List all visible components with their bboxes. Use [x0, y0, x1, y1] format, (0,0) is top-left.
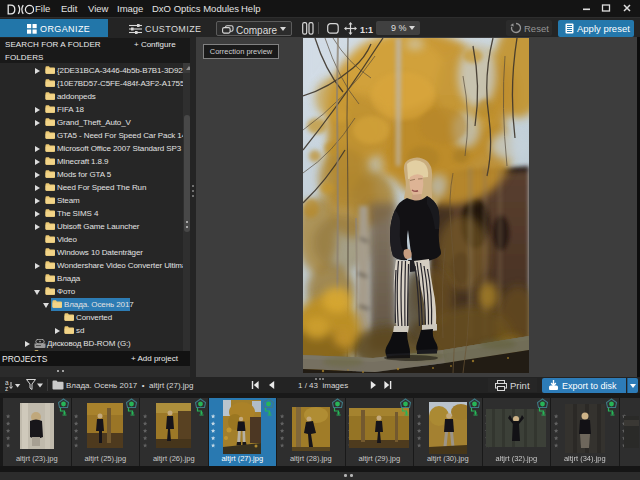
svg-text:z: z	[5, 385, 8, 391]
